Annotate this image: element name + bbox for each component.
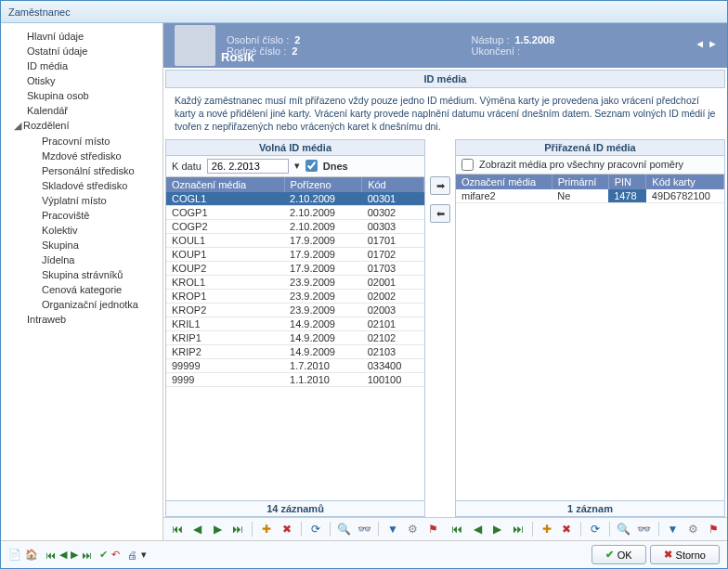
table-row[interactable]: KROP223.9.200902003 — [166, 303, 424, 317]
binoculars-icon[interactable]: 👓 — [356, 521, 372, 537]
panels: Volná ID média K datu ▾ Dnes Označení mé… — [163, 139, 727, 517]
menu-icon[interactable]: ▾ — [141, 549, 147, 561]
sidebar-item[interactable]: Výplatní místo — [1, 193, 162, 208]
grid-assigned[interactable]: Označení médiaPrimárníPINKód kartymifare… — [456, 175, 724, 203]
search-icon[interactable]: 🔍 — [336, 521, 353, 537]
print-icon[interactable]: 🖨 — [127, 550, 137, 561]
sidebar-item[interactable]: Skladové středisko — [1, 178, 162, 193]
sidebar-item[interactable]: Pracovní místo — [1, 134, 162, 149]
home-icon[interactable]: 🏠 — [25, 549, 38, 561]
assign-button[interactable]: ➡ — [430, 176, 450, 195]
column-header[interactable]: Primární — [552, 175, 608, 189]
binoculars-icon-r[interactable]: 👓 — [636, 521, 653, 537]
nav-prev-bottom-icon[interactable]: ◀ — [59, 549, 67, 561]
mid-toolbar: ⏮ ◀ ▶ ⏭ ✚ ✖ ⟳ 🔍 👓 ▼ ⚙ ⚑ ⏮ ◀ ▶ ⏭ — [163, 517, 727, 540]
refresh-icon-r[interactable]: ⟳ — [587, 521, 604, 537]
tool-icon[interactable]: ⚙ — [405, 521, 422, 537]
sidebar-item[interactable]: Kalendář — [1, 103, 162, 118]
filter-icon[interactable]: ▼ — [384, 521, 401, 537]
window-title: Zaměstnanec — [8, 6, 71, 18]
doc-icon[interactable]: 📄 — [8, 549, 21, 561]
revert-icon[interactable]: ↶ — [111, 549, 120, 561]
sidebar-item[interactable]: Kolektiv — [1, 223, 162, 238]
column-header[interactable]: Kód — [362, 177, 424, 192]
grid-available[interactable]: Označení médiaPořízenoKódCOGL12.10.20090… — [166, 177, 424, 387]
employee-name: Rosík — [221, 50, 254, 64]
ok-button[interactable]: ✔OK — [592, 545, 646, 564]
calendar-icon[interactable]: ▾ — [294, 160, 300, 172]
table-row[interactable]: KOUL117.9.200901701 — [166, 233, 424, 247]
sidebar-item[interactable]: Personální středisko — [1, 163, 162, 178]
sidebar-item[interactable]: Ostatní údaje — [1, 44, 162, 58]
sidebar-item[interactable]: Hlavní údaje — [1, 29, 162, 44]
window-titlebar: Zaměstnanec — [1, 1, 727, 23]
table-row[interactable]: 999991.7.2010033400 — [166, 358, 424, 372]
show-all-checkbox[interactable] — [462, 159, 474, 171]
delete-icon[interactable]: ✖ — [279, 521, 295, 537]
sidebar-item[interactable]: Skupina osob — [1, 88, 162, 103]
check-icon: ✔ — [605, 549, 614, 561]
sidebar-item[interactable]: Otisky — [1, 73, 162, 88]
nav-next-icon[interactable]: ▶ — [210, 521, 227, 537]
nav-prev-icon[interactable]: ◀ — [189, 521, 206, 537]
sidebar-tree[interactable]: Hlavní údajeOstatní údajeID médiaOtiskyS… — [1, 23, 163, 540]
sidebar-item[interactable]: Skupina — [1, 238, 162, 252]
table-row[interactable]: KROP123.9.200902002 — [166, 289, 424, 303]
nav-first-icon-r[interactable]: ⏮ — [449, 521, 466, 537]
add-icon-r[interactable]: ✚ — [539, 521, 555, 537]
table-row[interactable]: COGP12.10.200900302 — [166, 205, 424, 219]
refresh-icon[interactable]: ⟳ — [307, 521, 324, 537]
today-checkbox[interactable] — [306, 160, 318, 172]
sidebar-item[interactable]: Intraweb — [1, 312, 162, 327]
nav-last-bottom-icon[interactable]: ⏭ — [82, 550, 92, 561]
date-input[interactable] — [207, 159, 289, 174]
nav-last-icon-r[interactable]: ⏭ — [510, 521, 526, 537]
sidebar-item[interactable]: Cenová kategorie — [1, 282, 162, 297]
nav-first-bottom-icon[interactable]: ⏮ — [46, 550, 56, 561]
flag-icon[interactable]: ⚑ — [425, 521, 442, 537]
filter-icon-r[interactable]: ▼ — [665, 521, 682, 537]
sidebar-item[interactable]: Organizační jednotka — [1, 297, 162, 312]
nav-first-icon[interactable]: ⏮ — [169, 521, 186, 537]
nav-next-icon-r[interactable]: ▶ — [489, 521, 506, 537]
show-all-label: Zobrazit média pro všechny pracovní pomě… — [479, 159, 683, 170]
unassign-button[interactable]: ⬅ — [430, 204, 450, 223]
flag-icon-r[interactable]: ⚑ — [705, 521, 722, 537]
table-row[interactable]: KROL123.9.200902001 — [166, 275, 424, 289]
table-row[interactable]: KOUP217.9.200901703 — [166, 261, 424, 275]
sidebar-item[interactable]: ID média — [1, 58, 162, 73]
search-icon-r[interactable]: 🔍 — [616, 521, 632, 537]
table-row[interactable]: KRIP114.9.200902102 — [166, 330, 424, 344]
table-row[interactable]: KRIP214.9.200902103 — [166, 344, 424, 358]
sidebar-item[interactable]: Mzdové středisko — [1, 149, 162, 163]
table-row[interactable]: KOUP117.9.200901702 — [166, 247, 424, 261]
sidebar-item[interactable]: Pracoviště — [1, 208, 162, 223]
column-header[interactable]: Označení média — [456, 175, 552, 189]
sidebar-item[interactable]: Jídelna — [1, 252, 162, 267]
table-row[interactable]: mifare2Ne147849D6782100 — [456, 189, 724, 203]
nav-last-icon[interactable]: ⏭ — [229, 521, 246, 537]
nastup-label: Nástup : — [472, 34, 510, 45]
rodne-val: 2 — [292, 45, 297, 57]
nav-next-bottom-icon[interactable]: ▶ — [71, 549, 78, 561]
sidebar-item[interactable]: ◢Rozdělení — [1, 118, 162, 134]
bottom-bar: 📄 🏠 ⏮ ◀ ▶ ⏭ ✔ ↶ 🖨 ▾ ✔OK ✖Storno — [1, 540, 727, 568]
add-icon[interactable]: ✚ — [258, 521, 275, 537]
table-row[interactable]: KRIL114.9.200902101 — [166, 317, 424, 330]
cancel-button[interactable]: ✖Storno — [650, 545, 720, 564]
column-header[interactable]: PIN — [608, 175, 646, 189]
tool-icon-r[interactable]: ⚙ — [684, 521, 701, 537]
delete-icon-r[interactable]: ✖ — [558, 521, 575, 537]
table-row[interactable]: 99991.1.2010100100 — [166, 372, 424, 386]
table-row[interactable]: COGL12.10.200900301 — [166, 192, 424, 206]
nav-prev-icon-r[interactable]: ◀ — [469, 521, 486, 537]
column-header[interactable]: Pořízeno — [284, 177, 362, 192]
column-header[interactable]: Kód karty — [646, 175, 724, 189]
content-area: Osobní číslo :2 Rodné číslo :2 Nástup :1… — [163, 23, 727, 540]
column-header[interactable]: Označení média — [166, 177, 284, 192]
sidebar-item[interactable]: Skupina strávníků — [1, 267, 162, 282]
apply-icon[interactable]: ✔ — [99, 549, 108, 561]
nav-arrows[interactable]: ◄ ► — [695, 38, 718, 49]
app-window: Zaměstnanec Hlavní údajeOstatní údajeID … — [0, 0, 728, 569]
table-row[interactable]: COGP22.10.200900303 — [166, 219, 424, 233]
